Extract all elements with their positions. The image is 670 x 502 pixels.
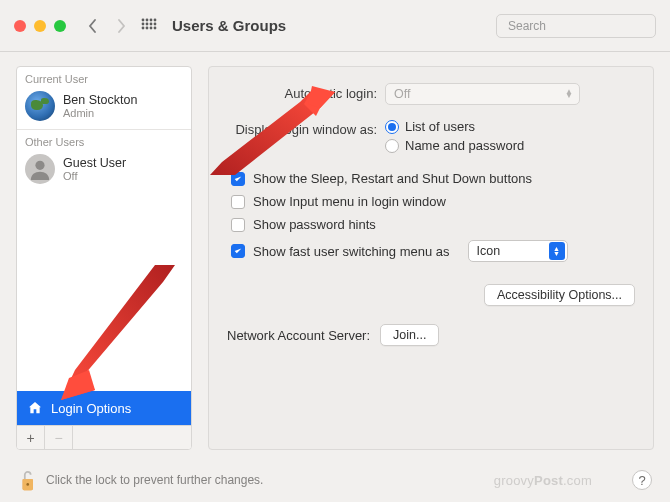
svg-point-14 [35, 161, 44, 170]
chevron-updown-icon: ▲▼ [549, 242, 565, 260]
svg-point-0 [142, 18, 145, 21]
svg-point-11 [154, 26, 157, 29]
house-icon [27, 400, 43, 416]
avatar-guest-icon [25, 154, 55, 184]
body: Current User Ben Stockton Admin Other Us… [0, 52, 670, 456]
svg-point-16 [26, 483, 29, 486]
svg-point-3 [154, 18, 157, 21]
search-field[interactable] [496, 14, 656, 38]
minimize-window-button[interactable] [34, 20, 46, 32]
prefs-window: Users & Groups Current User Ben Stockton… [0, 0, 670, 502]
section-current-user: Current User [17, 67, 191, 87]
auto-login-select[interactable]: Off ▲▼ [385, 83, 580, 105]
window-controls [14, 20, 66, 32]
remove-user-button[interactable]: − [45, 426, 73, 449]
help-button[interactable]: ? [632, 470, 652, 490]
checkbox-password-hints[interactable]: Show password hints [231, 217, 635, 232]
forward-button[interactable] [112, 14, 130, 38]
join-button[interactable]: Join... [380, 324, 439, 346]
toolbar: Users & Groups [0, 0, 670, 52]
radio-list-of-users[interactable]: List of users [385, 119, 635, 134]
auto-login-value: Off [394, 87, 410, 101]
svg-point-9 [146, 26, 149, 29]
chevron-updown-icon: ▲▼ [565, 90, 573, 98]
watermark: groovyPost.com [494, 473, 592, 488]
add-user-button[interactable]: + [17, 426, 45, 449]
login-options-row[interactable]: Login Options [17, 391, 191, 425]
lock-hint-text: Click the lock to prevent further change… [46, 473, 263, 487]
auto-login-label: Automatic login: [227, 83, 385, 101]
svg-point-7 [154, 22, 157, 25]
svg-point-1 [146, 18, 149, 21]
radio-icon [385, 120, 399, 134]
accessibility-options-button[interactable]: Accessibility Options... [484, 284, 635, 306]
svg-point-6 [150, 22, 153, 25]
avatar-earth-icon [25, 91, 55, 121]
close-window-button[interactable] [14, 20, 26, 32]
svg-point-10 [150, 26, 153, 29]
user-row-current[interactable]: Ben Stockton Admin [17, 87, 191, 127]
checkbox-icon [231, 218, 245, 232]
svg-point-4 [142, 22, 145, 25]
checkbox-fast-user-switching[interactable]: Show fast user switching menu as Icon ▲▼ [231, 240, 635, 262]
sidebar-footer: + − . [17, 425, 191, 449]
window-title: Users & Groups [172, 17, 286, 34]
unlocked-lock-icon[interactable] [18, 469, 36, 491]
users-sidebar: Current User Ben Stockton Admin Other Us… [16, 66, 192, 450]
network-account-label: Network Account Server: [227, 328, 370, 343]
checkbox-icon [231, 244, 245, 258]
checkbox-icon [231, 172, 245, 186]
radio-name-and-password[interactable]: Name and password [385, 138, 635, 153]
user-name: Ben Stockton [63, 93, 137, 107]
login-options-label: Login Options [51, 401, 131, 416]
user-row-guest[interactable]: Guest User Off [17, 150, 191, 190]
checkbox-input-menu[interactable]: Show Input menu in login window [231, 194, 635, 209]
fast-switching-select[interactable]: Icon ▲▼ [468, 240, 568, 262]
zoom-window-button[interactable] [54, 20, 66, 32]
svg-point-8 [142, 26, 145, 29]
user-role: Admin [63, 107, 137, 119]
section-other-users: Other Users [17, 129, 191, 150]
svg-point-2 [150, 18, 153, 21]
svg-point-5 [146, 22, 149, 25]
checkbox-sleep-restart-shutdown[interactable]: Show the Sleep, Restart and Shut Down bu… [231, 171, 635, 186]
user-role: Off [63, 170, 126, 182]
checkbox-icon [231, 195, 245, 209]
radio-icon [385, 139, 399, 153]
login-options-panel: Automatic login: Off ▲▼ Display login wi… [208, 66, 654, 450]
show-all-icon[interactable] [140, 17, 158, 35]
search-input[interactable] [508, 19, 658, 33]
display-window-label: Display login window as: [227, 119, 385, 137]
user-name: Guest User [63, 156, 126, 170]
back-button[interactable] [84, 14, 102, 38]
